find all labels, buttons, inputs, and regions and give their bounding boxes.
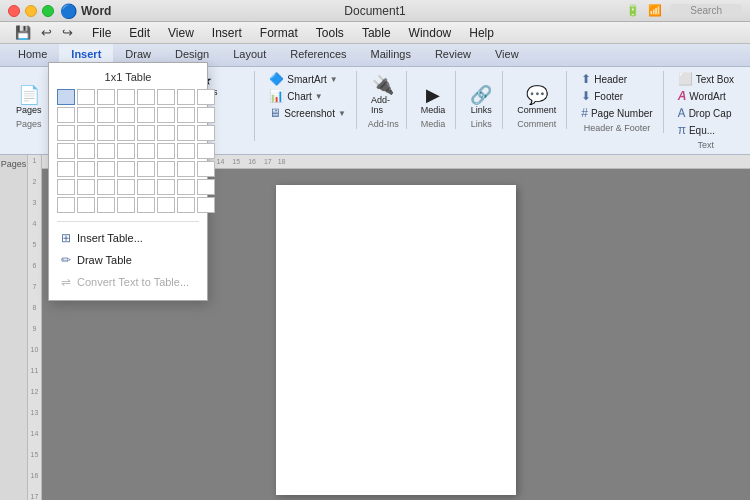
chart-button[interactable]: 📊 Chart ▼	[265, 88, 326, 104]
tab-references[interactable]: References	[278, 44, 358, 66]
table-grid-cell-0-7[interactable]	[197, 89, 215, 105]
table-grid-cell-6-0[interactable]	[57, 197, 75, 213]
comment-button[interactable]: 💬 Comment	[513, 84, 560, 117]
table-grid-cell-1-0[interactable]	[57, 107, 75, 123]
table-grid-cell-0-4[interactable]	[137, 89, 155, 105]
screenshot-button[interactable]: 🖥 Screenshot ▼	[265, 105, 350, 121]
table-grid-cell-2-7[interactable]	[197, 125, 215, 141]
table-grid-cell-4-4[interactable]	[137, 161, 155, 177]
table-grid-cell-5-0[interactable]	[57, 179, 75, 195]
table-grid-cell-5-5[interactable]	[157, 179, 175, 195]
table-grid-cell-5-7[interactable]	[197, 179, 215, 195]
table-grid-cell-4-3[interactable]	[117, 161, 135, 177]
table-grid-cell-4-5[interactable]	[157, 161, 175, 177]
menu-help[interactable]: Help	[461, 24, 502, 42]
menu-file[interactable]: File	[84, 24, 119, 42]
menu-tools[interactable]: Tools	[308, 24, 352, 42]
table-grid-cell-4-0[interactable]	[57, 161, 75, 177]
ribbon-group-links: 🔗 Links Links	[460, 71, 503, 129]
table-grid-cell-3-1[interactable]	[77, 143, 95, 159]
table-grid-cell-0-1[interactable]	[77, 89, 95, 105]
addins-group-label2: Add-Ins	[368, 119, 399, 129]
table-grid-cell-6-1[interactable]	[77, 197, 95, 213]
table-grid-cell-4-2[interactable]	[97, 161, 115, 177]
table-grid-cell-1-2[interactable]	[97, 107, 115, 123]
table-grid-cell-4-7[interactable]	[197, 161, 215, 177]
table-grid-cell-5-3[interactable]	[117, 179, 135, 195]
table-grid-cell-6-3[interactable]	[117, 197, 135, 213]
draw-table-button[interactable]: ✏ Draw Table	[57, 250, 199, 270]
table-grid-cell-6-4[interactable]	[137, 197, 155, 213]
table-grid-cell-1-7[interactable]	[197, 107, 215, 123]
table-grid-cell-1-5[interactable]	[157, 107, 175, 123]
table-grid-cell-3-7[interactable]	[197, 143, 215, 159]
tab-view[interactable]: View	[483, 44, 531, 66]
smartart-button[interactable]: 🔷 SmartArt ▼	[265, 71, 341, 87]
chart-icon: 📊	[269, 89, 284, 103]
equation-button[interactable]: π Equ...	[674, 122, 719, 138]
redo-button[interactable]: ↪	[59, 24, 76, 41]
table-grid-cell-3-5[interactable]	[157, 143, 175, 159]
tab-review[interactable]: Review	[423, 44, 483, 66]
save-button[interactable]: 💾	[12, 24, 34, 41]
media-button[interactable]: ▶ Media	[417, 84, 450, 117]
menu-format[interactable]: Format	[252, 24, 306, 42]
tab-mailings[interactable]: Mailings	[359, 44, 423, 66]
maximize-button[interactable]	[42, 5, 54, 17]
table-grid-cell-5-4[interactable]	[137, 179, 155, 195]
table-grid-cell-3-6[interactable]	[177, 143, 195, 159]
links-button[interactable]: 🔗 Links	[466, 84, 496, 117]
table-grid-cell-6-2[interactable]	[97, 197, 115, 213]
table-grid-cell-1-1[interactable]	[77, 107, 95, 123]
textbox-button[interactable]: ⬜ Text Box	[674, 71, 738, 87]
table-grid-cell-3-0[interactable]	[57, 143, 75, 159]
pagenumber-icon: #	[581, 106, 588, 120]
textbox-label: Text Box	[696, 74, 734, 85]
pagenumber-button[interactable]: # Page Number	[577, 105, 656, 121]
table-grid-cell-6-6[interactable]	[177, 197, 195, 213]
table-grid-cell-2-5[interactable]	[157, 125, 175, 141]
insert-table-button[interactable]: ⊞ Insert Table...	[57, 228, 199, 248]
table-grid-cell-5-2[interactable]	[97, 179, 115, 195]
minimize-button[interactable]	[25, 5, 37, 17]
table-grid-cell-4-6[interactable]	[177, 161, 195, 177]
header-button[interactable]: ⬆ Header	[577, 71, 631, 87]
table-grid-cell-0-0[interactable]	[57, 89, 75, 105]
ribbon-group-addins-btn: 🔌 Add-Ins Add-Ins	[361, 71, 407, 129]
table-grid-cell-0-6[interactable]	[177, 89, 195, 105]
pages-button[interactable]: 📄 Pages	[12, 84, 46, 117]
undo-button[interactable]: ↩	[38, 24, 55, 41]
table-grid-cell-2-3[interactable]	[117, 125, 135, 141]
table-grid-cell-2-0[interactable]	[57, 125, 75, 141]
table-grid-cell-5-1[interactable]	[77, 179, 95, 195]
table-grid-cell-1-6[interactable]	[177, 107, 195, 123]
close-button[interactable]	[8, 5, 20, 17]
table-grid-cell-0-5[interactable]	[157, 89, 175, 105]
table-grid-cell-3-2[interactable]	[97, 143, 115, 159]
table-grid-cell-6-5[interactable]	[157, 197, 175, 213]
table-grid-cell-2-1[interactable]	[77, 125, 95, 141]
table-grid-cell-5-6[interactable]	[177, 179, 195, 195]
addins-button[interactable]: 🔌 Add-Ins	[367, 74, 400, 117]
menu-insert[interactable]: Insert	[204, 24, 250, 42]
tab-layout[interactable]: Layout	[221, 44, 278, 66]
menu-view[interactable]: View	[160, 24, 202, 42]
table-grid-cell-6-7[interactable]	[197, 197, 215, 213]
table-grid-cell-1-3[interactable]	[117, 107, 135, 123]
table-grid-cell-0-3[interactable]	[117, 89, 135, 105]
table-grid-cell-4-1[interactable]	[77, 161, 95, 177]
wordart-button[interactable]: A WordArt	[674, 88, 730, 104]
dropcap-button[interactable]: Ꭺ Drop Cap	[674, 105, 736, 121]
table-grid-cell-2-6[interactable]	[177, 125, 195, 141]
table-grid-cell-1-4[interactable]	[137, 107, 155, 123]
table-grid-cell-3-4[interactable]	[137, 143, 155, 159]
table-grid-cell-0-2[interactable]	[97, 89, 115, 105]
menu-edit[interactable]: Edit	[121, 24, 158, 42]
search-bar[interactable]: Search	[670, 4, 742, 17]
table-grid-cell-2-2[interactable]	[97, 125, 115, 141]
footer-button[interactable]: ⬇ Footer	[577, 88, 627, 104]
table-grid-cell-2-4[interactable]	[137, 125, 155, 141]
menu-window[interactable]: Window	[401, 24, 460, 42]
table-grid-cell-3-3[interactable]	[117, 143, 135, 159]
menu-table[interactable]: Table	[354, 24, 399, 42]
